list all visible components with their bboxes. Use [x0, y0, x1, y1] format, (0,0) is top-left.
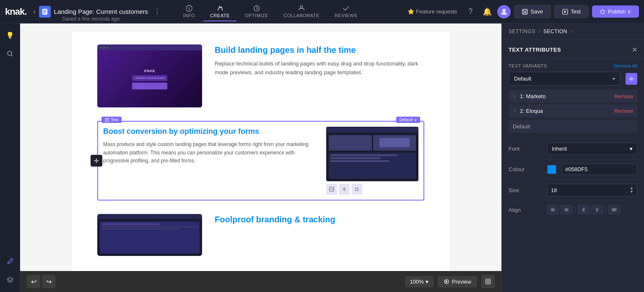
section-1-image: KNAK LANDING PAGE BUILDER [97, 44, 202, 107]
align-separator [575, 206, 575, 213]
svg-rect-13 [488, 279, 491, 281]
saved-status: Saved a few seconds ago [62, 16, 119, 22]
align-mobile-center[interactable] [591, 205, 603, 214]
align-row: Align [502, 201, 644, 219]
doc-icon [39, 6, 51, 18]
colour-swatch[interactable] [547, 165, 556, 174]
sidebar-icon-pencil[interactable] [3, 255, 17, 269]
colour-label: Colour [509, 166, 542, 172]
img-tool-btn-3[interactable] [351, 184, 362, 195]
svg-point-4 [502, 9, 506, 12]
size-row: Size 18 ▲ ▼ [502, 180, 644, 201]
panel-section-title: TEXT ATTRIBUTES [509, 47, 561, 53]
svg-rect-5 [522, 9, 527, 14]
tab-optimize[interactable]: OPTIMIZE [238, 2, 275, 21]
variant-name-2: 2: Eloqua [520, 108, 614, 114]
variant-item-2[interactable]: ⠿ 2: Eloqua Remove [509, 104, 637, 117]
remove-all-link[interactable]: Remove All [614, 63, 637, 68]
breadcrumb-sep-1: > [538, 29, 541, 34]
panel-breadcrumb: SETTINGS > SECTION > [502, 23, 644, 40]
left-sidebar: 💡 [0, 23, 20, 292]
canvas-section-2[interactable]: Text Default ∨ ✛ Boost conversion by opt… [97, 121, 424, 201]
section-2-heading: Boost conversion by optimizing your form… [103, 127, 314, 136]
back-button[interactable]: ‹ [33, 8, 35, 16]
section-2-image [326, 127, 418, 181]
colour-value[interactable]: #058DF5 [561, 164, 637, 175]
svg-rect-15 [488, 282, 491, 284]
breadcrumb-sep-2: > [570, 29, 573, 34]
svg-point-3 [300, 5, 302, 8]
section-1-body: Replace technical builds of landing page… [215, 60, 424, 77]
sidebar-icon-layers[interactable] [3, 274, 17, 287]
variant-dropdown[interactable]: Default ▾ [509, 72, 621, 86]
font-arrow-icon: ▾ [630, 146, 633, 152]
feature-requests-link[interactable]: ⭐ Feature requests [408, 8, 457, 15]
section-3-text: Foolproof branding & tracking [215, 214, 424, 229]
font-selector[interactable]: Inherit ▾ [547, 143, 637, 155]
panel-section-header: TEXT ATTRIBUTES ✕ [502, 40, 644, 58]
svg-rect-6 [524, 12, 526, 14]
img-tool-btn-1[interactable] [326, 184, 337, 195]
section-tag: Text [101, 117, 122, 123]
doc-more-button[interactable]: ⋮ [151, 6, 163, 17]
test-button[interactable]: Test [554, 5, 589, 18]
variant-remove-1[interactable]: Remove [614, 94, 633, 99]
sidebar-icon-bulb[interactable]: 💡 [3, 29, 17, 42]
variant-selector-row: Default ▾ [509, 72, 637, 86]
bottom-bar: ↩ ↪ 100% ▾ Preview [20, 271, 501, 292]
tab-reviews[interactable]: REVIEWS [328, 2, 364, 21]
doc-title: Landing Page: Current customers [54, 8, 148, 15]
save-button[interactable]: Save [514, 5, 551, 18]
tab-create[interactable]: CREATE [203, 2, 236, 21]
img-tool-btn-2[interactable] [339, 184, 350, 195]
notifications-button[interactable]: 🔔 [480, 5, 494, 18]
canvas-section-1: KNAK LANDING PAGE BUILDER Build landing … [97, 44, 424, 107]
tab-collaborate[interactable]: COLLABORATE [277, 2, 326, 21]
move-handle[interactable]: ✛ [91, 155, 102, 167]
section-2-body: Mass produce and style custom landing pa… [103, 141, 314, 165]
tab-info[interactable]: INFO [177, 2, 202, 21]
section-tag-right[interactable]: Default ∨ [396, 117, 420, 123]
publish-button[interactable]: Publish ∨ [592, 5, 639, 18]
redo-button[interactable]: ↪ [42, 275, 55, 288]
nav-tabs: INFO CREATE OPTIMIZE COLLABORATE REVIEWS [177, 2, 364, 21]
variant-item-1[interactable]: ⠿ 1: Marketo Remove [509, 90, 637, 103]
size-decrease[interactable]: ▼ [630, 190, 634, 194]
align-desktop-center[interactable] [561, 205, 572, 214]
preview-button[interactable]: Preview [438, 276, 477, 287]
svg-rect-12 [486, 279, 488, 281]
help-button[interactable]: ? [464, 5, 477, 18]
section-3-heading: Foolproof branding & tracking [215, 214, 424, 225]
drag-handle-2: ⠿ [513, 108, 517, 114]
text-variants-section: TEXT VARIANTS Remove All Default ▾ ⠿ 1: … [502, 58, 644, 138]
align-options [547, 205, 620, 214]
variant-remove-2[interactable]: Remove [614, 108, 633, 114]
zoom-selector[interactable]: 100% ▾ [405, 276, 434, 287]
layout-button[interactable] [481, 275, 495, 288]
align-label: Align [509, 207, 542, 213]
variant-default-item: Default [509, 120, 637, 133]
svg-point-16 [631, 78, 632, 80]
variant-arrow-icon: ▾ [613, 76, 615, 82]
breadcrumb-settings[interactable]: SETTINGS [509, 29, 535, 34]
font-field-row: Font Inherit ▾ [502, 138, 644, 159]
align-tablet-view[interactable] [608, 205, 620, 214]
variant-name-1: 1: Marketo [520, 93, 614, 99]
section-2-text: Boost conversion by optimizing your form… [103, 127, 314, 165]
canvas-area[interactable]: KNAK LANDING PAGE BUILDER Build landing … [20, 23, 501, 292]
section-1-text: Build landing pages in half the time Rep… [215, 44, 424, 77]
variant-settings-button[interactable] [626, 73, 637, 85]
undo-button[interactable]: ↩ [27, 275, 40, 288]
breadcrumb-section[interactable]: SECTION [543, 29, 567, 34]
align-separator-2 [605, 206, 606, 213]
sidebar-icon-search[interactable] [3, 47, 17, 60]
align-desktop-left[interactable] [547, 205, 559, 214]
main-area: 💡 KNAK [0, 23, 644, 292]
size-input[interactable]: 18 ▲ ▼ [547, 184, 637, 196]
logo: knak. [5, 6, 26, 17]
text-variants-label: TEXT VARIANTS Remove All [509, 63, 637, 68]
avatar[interactable] [497, 5, 511, 18]
variant-list: ⠿ 1: Marketo Remove ⠿ 2: Eloqua Remove [509, 90, 637, 117]
align-mobile-left[interactable] [578, 205, 589, 214]
panel-close-button[interactable]: ✕ [632, 46, 637, 54]
